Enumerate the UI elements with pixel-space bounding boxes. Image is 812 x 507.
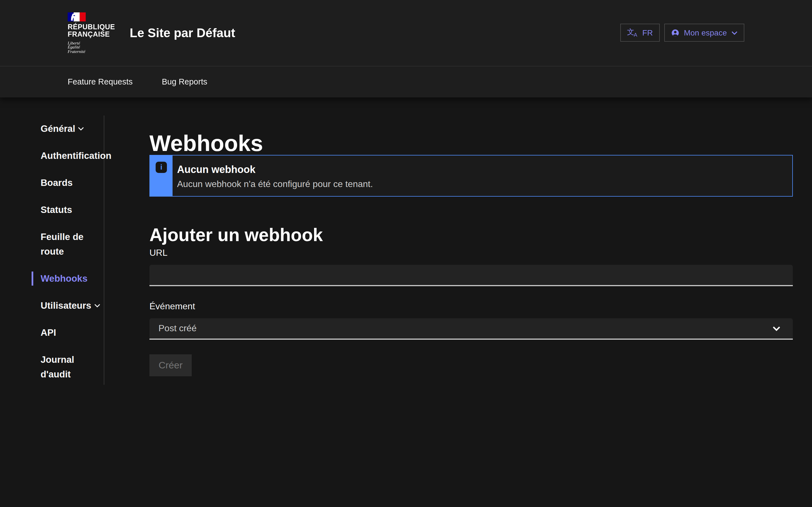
language-button[interactable]: 文A FR — [620, 24, 659, 42]
sidebar-item-authentification[interactable]: Authentification — [41, 148, 104, 163]
url-input[interactable] — [149, 265, 793, 286]
create-webhook-button[interactable]: Créer — [149, 354, 192, 376]
site-title: Le Site par Défaut — [130, 26, 235, 41]
translate-icon: 文A — [627, 28, 638, 35]
chevron-down-icon — [78, 127, 84, 131]
event-label: Événement — [149, 301, 195, 312]
tab-bug-reports[interactable]: Bug Reports — [162, 66, 207, 98]
url-label: URL — [149, 248, 167, 258]
logo-republique-text: RÉPUBLIQUE FRANÇAISE — [68, 24, 115, 38]
site-header: RÉPUBLIQUE FRANÇAISE Liberté Égalité Fra… — [0, 0, 812, 66]
header-actions: 文A FR Mon espace — [620, 24, 744, 42]
callout-accent-strip: i — [150, 156, 172, 196]
info-callout: i Aucun webhook Aucun webhook n'a été co… — [149, 155, 793, 196]
top-nav: Feature Requests Bug Reports — [0, 66, 812, 98]
sidebar-item-statuts[interactable]: Statuts — [41, 202, 104, 217]
account-circle-icon — [671, 29, 679, 37]
tab-feature-requests[interactable]: Feature Requests — [68, 66, 133, 98]
settings-sidebar: Général Authentification Boards Statuts … — [41, 121, 104, 394]
page-title: Webhooks — [149, 129, 263, 157]
add-webhook-heading: Ajouter un webhook — [149, 223, 323, 246]
callout-body: Aucun webhook n'a été configuré pour ce … — [177, 179, 373, 189]
sidebar-item-boards[interactable]: Boards — [41, 175, 104, 190]
chevron-down-icon — [731, 31, 738, 35]
language-button-label: FR — [642, 28, 653, 37]
event-select-value: Post créé — [158, 323, 197, 334]
info-icon: i — [156, 162, 167, 173]
republique-francaise-logo[interactable]: RÉPUBLIQUE FRANÇAISE Liberté Égalité Fra… — [68, 12, 115, 54]
sidebar-item-general[interactable]: Général — [41, 121, 104, 136]
sidebar-item-utilisateurs[interactable]: Utilisateurs — [41, 298, 104, 313]
callout-title: Aucun webhook — [177, 164, 255, 176]
webhooks-admin-page: RÉPUBLIQUE FRANÇAISE Liberté Égalité Fra… — [0, 0, 812, 507]
chevron-down-icon — [94, 304, 100, 307]
account-button-label: Mon espace — [684, 28, 727, 37]
chevron-down-icon — [772, 326, 780, 331]
account-button[interactable]: Mon espace — [664, 24, 744, 42]
sidebar-item-api[interactable]: API — [41, 325, 104, 340]
sidebar-item-webhooks[interactable]: Webhooks — [41, 271, 104, 286]
sidebar-item-feuille-de-route[interactable]: Feuille de route — [41, 229, 104, 259]
marianne-flag-icon — [68, 12, 86, 21]
logo-motto: Liberté Égalité Fraternité — [68, 41, 115, 54]
sidebar-item-journal-audit[interactable]: Journal d'audit — [41, 352, 104, 381]
event-select[interactable]: Post créé — [149, 318, 793, 340]
